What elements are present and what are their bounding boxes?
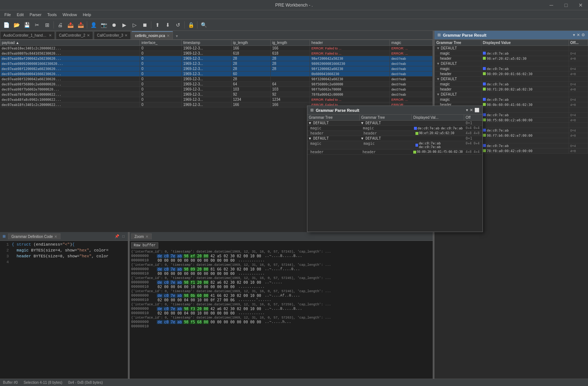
hex-bytes-container-2: 000000000000000000000000 (157, 272, 236, 276)
grammar-result-settings[interactable]: ⚙ (581, 33, 585, 37)
table-row[interactable]: dec07eab98f3200042a60230020... 0 1969-12… (0, 77, 433, 82)
col-magic[interactable]: magic (390, 40, 433, 46)
gpr-row[interactable]: ▼DEFAULT (435, 92, 588, 97)
zoom-panel-tab[interactable]: Zoom ✕ (131, 234, 152, 239)
menu-tools[interactable]: Tools (44, 12, 60, 18)
maximize-button[interactable]: □ (559, 0, 573, 10)
menu-window[interactable]: Window (60, 12, 80, 18)
gpr-row[interactable]: magic de:c0:7e:ab 0+4 (435, 82, 588, 87)
gpr-row[interactable]: header 98:f1:20:00:82:a6:02:30 4+8 (435, 87, 588, 92)
tb-print[interactable]: 🖨 (55, 21, 65, 29)
zoom-panel-close[interactable]: ✕ (145, 235, 148, 239)
gpr-col-offset[interactable]: Off... (569, 40, 588, 46)
tb-lock[interactable]: 🔒 (186, 21, 196, 29)
tb-search[interactable]: 🔍 (199, 21, 208, 29)
tab-callctrl3-close[interactable]: ✕ (125, 33, 127, 37)
overlay-content[interactable]: ▼ DEFAULT ▼ DEFAULT 0+1 magic magic de:c… (307, 121, 482, 232)
gpr-cell-offset: 0+4 (569, 66, 588, 71)
grammar-panel-maximize[interactable]: □ (121, 234, 126, 239)
minimize-button[interactable]: ─ (544, 0, 559, 10)
tb-record[interactable]: ⏺ (109, 21, 119, 29)
col-timestamp[interactable]: timestamp (182, 40, 232, 46)
cell-header: 98f56800c2e60000 (310, 82, 390, 87)
hex-byte-normal: 00 (249, 320, 255, 324)
hex-line-1: 00000000dec07eab98ef200042a5023002001000… (131, 254, 431, 258)
cell-payload: dec07eab9807bc0441650230020... (0, 51, 140, 56)
table-row[interactable]: dec07eab98ef200042a50230020... 0 1969-12… (0, 56, 433, 61)
raw-buffer-btn[interactable]: Raw buffer (131, 242, 158, 249)
tb-camera[interactable]: 📷 (99, 21, 108, 29)
tab-audioctrl[interactable]: AudioController_1_handleVocoderInfo_sync… (0, 31, 55, 39)
tab-more[interactable]: ▾ (174, 33, 180, 39)
table-row[interactable]: dec07eab98f1200082a60230020... 0 1969-12… (0, 66, 433, 71)
tab-callctrl3-label: CallController_3 (97, 33, 123, 37)
tab-callctrl2-close[interactable]: ✕ (87, 33, 90, 37)
tb-stop[interactable]: ⏹ (140, 21, 149, 29)
tb-download[interactable]: ⬇ (163, 21, 173, 29)
gpr-col-value[interactable]: Displayed Value (481, 40, 569, 46)
zoom-content[interactable]: Raw buffer {'interface_id': 0, 'timestam… (130, 241, 433, 386)
hex-byte-normal: 00 (216, 320, 222, 324)
tb-play[interactable]: ▶ (119, 21, 129, 29)
overlay-expand-btn[interactable]: ⬜ (474, 108, 480, 113)
menu-help[interactable]: Help (80, 12, 94, 18)
col-header[interactable]: header (310, 40, 390, 46)
grammar-result-close[interactable]: ✕ (577, 33, 580, 37)
tab-callctrl2[interactable]: CallController_2 ✕ (56, 31, 93, 39)
table-row[interactable]: dec07eab98092000081660230020... 0 1969-1… (0, 61, 433, 66)
tb-upload[interactable]: ⬆ (153, 21, 162, 29)
tab-cellinfo-close[interactable]: ✕ (167, 34, 170, 38)
tb-user[interactable]: 👤 (89, 21, 98, 29)
grammar-panel-pin[interactable]: 📌 (114, 234, 120, 239)
overlay-parse-result[interactable]: ⊞ Grammar Parse Result ▾ ✕ ⬜ Grammar Tre… (307, 106, 483, 232)
tb-cut[interactable]: ✂ (32, 21, 42, 29)
table-row[interactable]: dec07eab78f8a00042c00000022... 0 1969-12… (0, 92, 433, 97)
hex-byte-normal: 10 (249, 307, 255, 311)
table-row[interactable]: dec07eab980b600041660230020... 0 1969-12… (0, 71, 433, 77)
gpr-row[interactable]: ▼DEFAULT (435, 77, 588, 82)
tb-copy-tool[interactable]: ⊞ (42, 21, 52, 29)
gpr-row[interactable]: ▼DEFAULT (435, 46, 588, 51)
col-interface[interactable]: interface_ (140, 40, 181, 46)
menu-parser[interactable]: Parser (27, 12, 44, 18)
menu-edit[interactable]: Edit (14, 12, 27, 18)
table-row[interactable]: dec07eab98f56800c2e60000020... 0 1969-12… (0, 82, 433, 87)
tb-save[interactable]: 💾 (22, 21, 32, 29)
tab-callctrl3[interactable]: CallController_3 ✕ (94, 31, 131, 39)
tab-cellinfo[interactable]: cellinfo_nosim.pca ✕ (132, 31, 173, 39)
hex-byte-blue: ab (177, 267, 182, 271)
gpr-row[interactable]: ▼DEFAULT (435, 61, 588, 66)
col-payload[interactable]: payload ▲ (0, 40, 140, 46)
grammar-panel-close[interactable]: ✕ (54, 235, 57, 239)
overlay-r5-swatch (415, 144, 418, 147)
table-row[interactable]: dec07eab18ec3401c2c20000022... 0 1969-12… (0, 46, 433, 51)
gpr-row[interactable]: magic de:c0:7e:ab 0+4 (435, 97, 588, 102)
gpr-row[interactable]: header 98:ef:20:42:a5:02:30 4+8 (435, 56, 588, 61)
grammar-panel-tab[interactable]: Grammar Definition Code ✕ (8, 234, 60, 239)
gpr-row[interactable]: magic de:c0:7e:ab 0+4 (435, 51, 588, 56)
close-button[interactable]: ✕ (573, 0, 588, 10)
overlay-row-1: ▼ DEFAULT ▼ DEFAULT 0+1 (307, 121, 482, 126)
grammar-editor[interactable]: 1 { struct (endianness="<"){ 2 magic BYT… (0, 241, 128, 386)
grammar-result-expand[interactable]: ▾ (573, 33, 575, 37)
tb-export[interactable]: 📤 (66, 21, 75, 29)
tab-audioctrl-close[interactable]: ✕ (49, 33, 52, 37)
tb-import[interactable]: 📥 (76, 21, 85, 29)
tb-play2[interactable]: ▷ (130, 21, 139, 29)
overlay-close[interactable]: ✕ (470, 108, 473, 113)
gpr-row[interactable]: magic de:c0:7e:ab 0+4 (435, 66, 588, 71)
col-iglength[interactable]: ig_length (271, 40, 310, 46)
tb-refresh[interactable]: ↺ (173, 21, 183, 29)
menu-file[interactable]: File (1, 12, 14, 18)
tb-open[interactable]: 📂 (12, 21, 21, 29)
gpr-col-tree[interactable]: Grammar Tree (435, 40, 481, 46)
table-row[interactable]: dec07eab9807bc0441650230020... 0 1969-12… (0, 51, 433, 56)
overlay-r5-val: de:c0:7e:ab de:c0:7e:ab (414, 141, 464, 149)
overlay-dropdown[interactable]: ▾ (466, 108, 468, 113)
col-iplength[interactable]: ip_length (232, 40, 271, 46)
table-row[interactable]: dec07eab48fa8c0902c10000022... 0 1969-12… (0, 97, 433, 102)
table-row[interactable]: dec07eab98f7b6002e70000020... 0 1969-12-… (0, 87, 433, 92)
gpr-row[interactable]: header 98:09:20:00:81:66:02:30 4+8 (435, 71, 588, 77)
tb-new[interactable]: 📄 (1, 21, 11, 29)
gpr-cell-value: 98:0b:60:00:41:66:02:30 (481, 102, 569, 107)
